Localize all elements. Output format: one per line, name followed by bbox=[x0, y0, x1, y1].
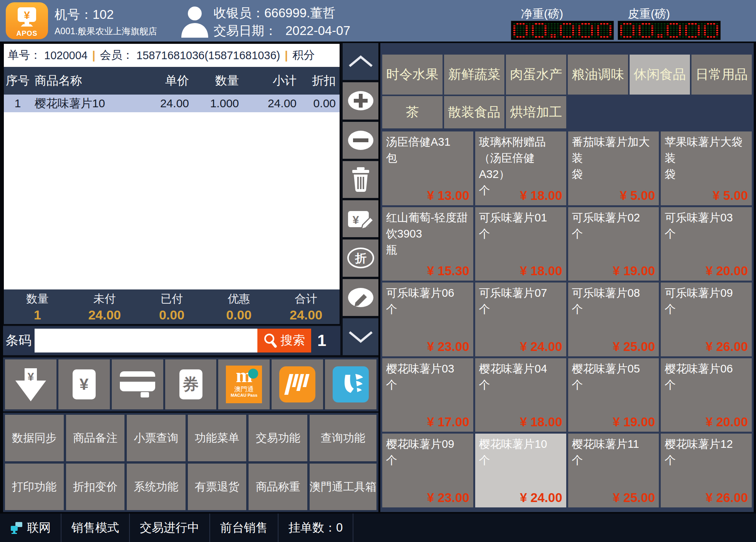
category-tab[interactable]: 茶 bbox=[382, 96, 443, 128]
product-card[interactable]: 苹果味薯片大袋装 袋 ¥ 5.00 bbox=[661, 131, 752, 205]
product-unit: 瓶 bbox=[386, 242, 469, 258]
barcode-row: 条码 搜索 1 bbox=[3, 326, 340, 355]
product-card[interactable]: 玻璃杯附赠品（汤臣倍健A32） 个 ¥ 18.00 bbox=[475, 131, 566, 205]
function-button-label: 折扣变价 bbox=[73, 479, 118, 495]
product-card[interactable]: 樱花味薯片10 个 ¥ 24.00 bbox=[475, 434, 566, 507]
total-cell: 合计 24.00 bbox=[272, 289, 340, 324]
discount-button[interactable]: 折 bbox=[343, 239, 378, 276]
order-item-row[interactable]: 1 樱花味薯片10 24.00 1.000 24.00 0.00 bbox=[4, 95, 340, 112]
product-card[interactable]: 樱花味薯片11 个 ¥ 25.00 bbox=[568, 434, 659, 507]
product-unit: 包 bbox=[386, 150, 469, 166]
search-button[interactable]: 搜索 bbox=[257, 329, 311, 352]
svg-text:¥: ¥ bbox=[28, 370, 34, 383]
cash-in-payment-button[interactable]: ¥ bbox=[5, 359, 56, 409]
function-button[interactable]: 澳門通工具箱 bbox=[310, 464, 376, 510]
increase-qty-button[interactable] bbox=[343, 82, 378, 119]
product-card[interactable]: 可乐味薯片07 个 ¥ 24.00 bbox=[475, 283, 566, 356]
category-tab[interactable]: 粮油调味 bbox=[568, 55, 628, 95]
category-tab[interactable]: 烘培加工 bbox=[506, 96, 566, 128]
product-price: ¥ 19.00 bbox=[613, 415, 655, 429]
network-status-label: 联网 bbox=[27, 520, 51, 536]
macau-pass-payment-button[interactable]: m 澳門通 MACAU Pass bbox=[218, 359, 270, 409]
function-button[interactable]: 商品备注 bbox=[66, 415, 125, 461]
product-card[interactable]: 可乐味薯片01 个 ¥ 18.00 bbox=[475, 207, 566, 281]
network-status: 联网 bbox=[0, 514, 61, 542]
product-card[interactable]: 樱花味薯片09 个 ¥ 23.00 bbox=[382, 434, 473, 507]
function-button[interactable]: 打印功能 bbox=[5, 464, 64, 510]
category-tab-label: 新鲜蔬菜 bbox=[448, 66, 501, 83]
function-button[interactable]: 折扣变价 bbox=[66, 464, 125, 510]
product-card[interactable]: 可乐味薯片03 个 ¥ 20.00 bbox=[661, 207, 752, 281]
product-card[interactable]: 樱花味薯片06 个 ¥ 20.00 bbox=[661, 358, 752, 432]
decrease-qty-button[interactable] bbox=[343, 122, 378, 159]
product-card[interactable]: 可乐味薯片09 个 ¥ 26.00 bbox=[661, 283, 752, 356]
discount-icon: 折 bbox=[346, 247, 375, 269]
status-item-label: 交易进行中 bbox=[140, 520, 199, 536]
status-item: 交易进行中 bbox=[130, 514, 210, 542]
bill-info-line: 单号： 1020004 | 会员： 15871681036(1587168103… bbox=[4, 44, 340, 67]
mpay-payment-button[interactable] bbox=[272, 359, 323, 409]
total-label: 未付 bbox=[93, 291, 116, 307]
barcode-input[interactable] bbox=[35, 329, 257, 352]
function-button[interactable]: 功能菜单 bbox=[188, 415, 247, 461]
category-tabs: 时令水果 新鲜蔬菜 肉蛋水产 粮油调味 休闲食品 日常用品 茶 散装食品 烘培加… bbox=[382, 55, 752, 128]
product-card[interactable]: 樱花味薯片03 个 ¥ 17.00 bbox=[382, 358, 473, 432]
category-tab[interactable]: 日常用品 bbox=[691, 55, 752, 95]
product-card[interactable]: 樱花味薯片05 个 ¥ 19.00 bbox=[568, 358, 659, 432]
total-label: 合计 bbox=[295, 291, 317, 307]
product-card[interactable]: 樱花味薯片04 个 ¥ 18.00 bbox=[475, 358, 566, 432]
product-card[interactable]: 可乐味薯片02 个 ¥ 19.00 bbox=[568, 207, 659, 281]
trash-icon bbox=[349, 167, 372, 192]
function-button[interactable]: 查询功能 bbox=[310, 415, 376, 461]
macau-pass-icon: m 澳門通 MACAU Pass bbox=[226, 366, 262, 403]
scroll-up-button[interactable] bbox=[343, 43, 378, 80]
category-tab[interactable]: 肉蛋水产 bbox=[506, 55, 566, 95]
product-unit: 个 bbox=[665, 377, 748, 393]
delete-item-button[interactable] bbox=[343, 161, 378, 198]
total-value: 1 bbox=[34, 308, 41, 323]
product-card[interactable]: 番茄味薯片加大装 袋 ¥ 5.00 bbox=[568, 131, 659, 205]
category-tab[interactable]: 休闲食品 bbox=[630, 55, 690, 95]
card-payment-button[interactable] bbox=[112, 359, 163, 409]
logo-yen-glyph: ¥ bbox=[24, 9, 30, 21]
uf-pay-payment-button[interactable] bbox=[325, 359, 376, 409]
product-name: 汤臣倍健A31 bbox=[386, 134, 469, 150]
coupon-payment-button[interactable]: 券 bbox=[165, 359, 217, 409]
change-price-button[interactable]: ¥ bbox=[343, 200, 378, 237]
function-button[interactable]: 小票查询 bbox=[127, 415, 186, 461]
product-card[interactable]: 红山葡萄-轻度甜饮3903 瓶 ¥ 15.30 bbox=[382, 207, 473, 281]
product-name: 红山葡萄-轻度甜饮3903 bbox=[386, 209, 469, 242]
category-tab[interactable]: 散装食品 bbox=[444, 96, 504, 128]
function-button[interactable]: 系统功能 bbox=[127, 464, 186, 510]
product-unit: 个 bbox=[572, 226, 655, 242]
product-name: 樱花味薯片05 bbox=[572, 361, 655, 377]
product-price: ¥ 5.00 bbox=[713, 188, 748, 203]
function-button[interactable]: 商品称重 bbox=[249, 464, 307, 510]
machine-label: 机号： bbox=[55, 7, 93, 22]
function-button[interactable]: 交易功能 bbox=[249, 415, 307, 461]
cash-yen-glyph: ¥ bbox=[80, 375, 88, 394]
product-card[interactable]: 汤臣倍健A31 包 ¥ 13.00 bbox=[382, 131, 473, 205]
item-name: 樱花味薯片10 bbox=[32, 96, 143, 111]
uf-pay-icon bbox=[333, 366, 369, 402]
catalog-panel: 时令水果 新鲜蔬菜 肉蛋水产 粮油调味 休闲食品 日常用品 茶 散装食品 烘培加… bbox=[380, 43, 754, 512]
net-weight-display bbox=[511, 21, 614, 40]
function-button[interactable]: 数据同步 bbox=[5, 415, 64, 461]
product-name: 玻璃杯附赠品（汤臣倍健A32） bbox=[479, 134, 562, 182]
total-label: 已付 bbox=[161, 291, 183, 307]
bill-no-value: 1020004 bbox=[44, 49, 88, 62]
function-button[interactable]: 有票退货 bbox=[188, 464, 247, 510]
product-card[interactable]: 可乐味薯片06 个 ¥ 23.00 bbox=[382, 283, 473, 356]
product-price: ¥ 23.00 bbox=[427, 339, 469, 354]
status-item: 挂单数：0 bbox=[279, 514, 353, 542]
edit-remark-button[interactable] bbox=[343, 279, 378, 316]
scroll-down-button[interactable] bbox=[343, 318, 378, 355]
category-tab[interactable]: 新鲜蔬菜 bbox=[444, 55, 504, 95]
product-unit: 个 bbox=[665, 452, 748, 468]
cash-payment-button[interactable]: ¥ bbox=[58, 359, 110, 409]
product-card[interactable]: 樱花味薯片12 个 ¥ 26.00 bbox=[661, 434, 752, 507]
function-button-label: 查询功能 bbox=[321, 431, 365, 446]
product-card[interactable]: 可乐味薯片08 个 ¥ 25.00 bbox=[568, 283, 659, 356]
category-tab[interactable]: 时令水果 bbox=[382, 55, 443, 95]
product-price: ¥ 15.30 bbox=[427, 264, 469, 278]
